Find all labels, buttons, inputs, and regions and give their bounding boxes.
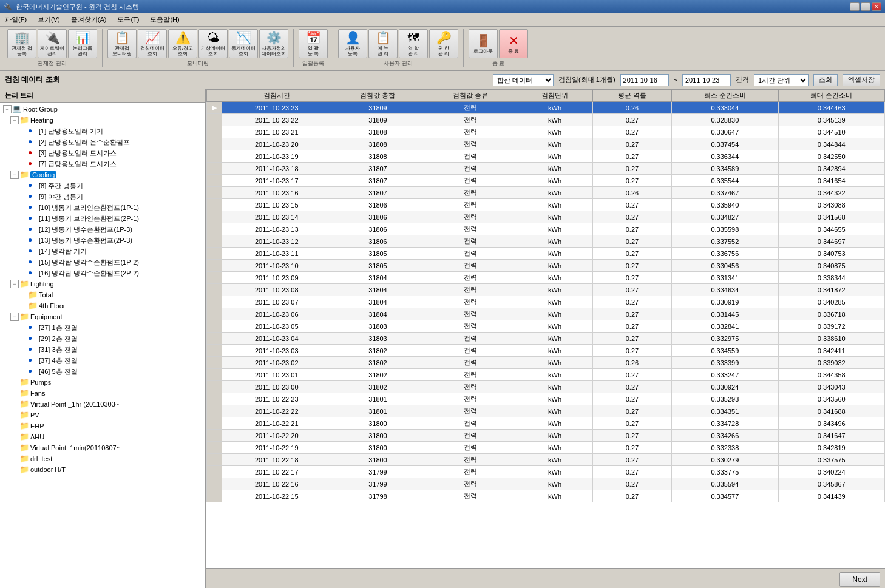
- tree-container[interactable]: −💻Root Group−📁Heating●[1] 난방용보일러 기기●[2] …: [0, 103, 205, 588]
- interval-select[interactable]: 1시간 단위 일 단위 월 단위: [754, 74, 809, 86]
- table-row[interactable]: 2011-10-23 0831804전력kWh0.270.3346340.341…: [207, 284, 885, 296]
- tree-node-vp1hr[interactable]: 📁Virtual Point _1hr (20110303~: [10, 399, 204, 410]
- gateway-button[interactable]: 🔌 게이트웨이관리: [38, 29, 67, 58]
- date-to-input[interactable]: [682, 74, 731, 86]
- tree-node-e46[interactable]: ●[46] 5층 전열: [18, 366, 204, 377]
- table-row[interactable]: 2011-10-23 0531803전력kWh0.270.3328410.339…: [207, 320, 885, 333]
- table-row[interactable]: 2011-10-22 1831800전력kWh0.270.3302790.337…: [207, 454, 885, 466]
- tree-node-ahu[interactable]: 📁AHU: [10, 431, 204, 442]
- table-row[interactable]: 2011-10-22 1731799전력kWh0.270.3337750.340…: [207, 466, 885, 478]
- table-row[interactable]: 2011-10-23 0231802전력kWh0.260.3333990.339…: [207, 357, 885, 369]
- auth-mgmt-button[interactable]: 🔑 권 한관 리: [429, 29, 458, 58]
- table-row[interactable]: 2011-10-22 1531798전력kWh0.270.3345770.341…: [207, 490, 885, 502]
- tree-node-c9[interactable]: ●[9] 야간 냉동기: [18, 191, 204, 202]
- table-row[interactable]: 2011-10-23 1431806전력kWh0.270.3348270.341…: [207, 211, 885, 223]
- tree-node-lighting[interactable]: −📁Lighting: [10, 279, 204, 289]
- table-row[interactable]: 2011-10-23 1331806전력kWh0.270.3355980.344…: [207, 223, 885, 235]
- user-reg-button[interactable]: 👤 사용자등록: [338, 29, 367, 58]
- maximize-btn[interactable]: □: [861, 2, 870, 11]
- tree-node-c15[interactable]: ●[15] 냉각탑 냉각수순환펌프(1P-2): [18, 257, 204, 268]
- expander-root[interactable]: −: [3, 105, 12, 113]
- table-row[interactable]: 2011-10-23 1231806전력kWh0.270.3375520.344…: [207, 235, 885, 248]
- col-total[interactable]: 검침값 총합: [331, 90, 424, 102]
- user-setting-button[interactable]: ⚙️ 사용자정의데이터조회: [259, 29, 288, 58]
- tree-node-c14[interactable]: ●[14] 냉각탑 기기: [18, 246, 204, 257]
- tree-node-e37[interactable]: ●[37] 4층 전열: [18, 355, 204, 366]
- area-mgmt-button[interactable]: 🗺 역 할관 리: [399, 29, 428, 58]
- table-row[interactable]: 2011-10-23 0631804전력kWh0.270.3314450.336…: [207, 308, 885, 320]
- tree-node-h7[interactable]: ●[7] 급탕용보일러 도시가스: [18, 158, 204, 169]
- tree-node-fans[interactable]: 📁Fans: [10, 388, 204, 399]
- expander-cooling[interactable]: −: [10, 171, 19, 179]
- close-btn[interactable]: ✕: [872, 2, 881, 11]
- expander-lighting[interactable]: −: [10, 280, 19, 288]
- table-row[interactable]: 2011-10-23 1131805전력kWh0.270.3367560.340…: [207, 248, 885, 260]
- next-button[interactable]: Next: [839, 572, 880, 587]
- table-row[interactable]: 2011-10-22 2131800전력kWh0.270.3347280.343…: [207, 417, 885, 430]
- table-row[interactable]: 2011-10-23 1531806전력kWh0.270.3359400.343…: [207, 199, 885, 211]
- exit-button[interactable]: ✕ 종 료: [499, 29, 528, 58]
- tree-node-outdoor[interactable]: 📁outdoor H/T: [10, 464, 204, 475]
- menu-favorites[interactable]: 즐겨찾기(A): [69, 15, 109, 25]
- col-time[interactable]: 검침시간: [222, 90, 331, 102]
- error-notice-button[interactable]: ⚠️ 오류/경고조회: [168, 29, 197, 58]
- menu-view[interactable]: 보기(V): [35, 15, 63, 25]
- tree-node-c11[interactable]: ●[11] 냉동기 브라인순환펌프(2P-1): [18, 213, 204, 224]
- tree-node-c13[interactable]: ●[13] 냉동기 냉수순환펌프(2P-3): [18, 235, 204, 246]
- tree-node-e27[interactable]: ●[27] 1층 전열: [18, 322, 204, 333]
- table-row[interactable]: 2011-10-22 2031800전력kWh0.270.3342660.341…: [207, 430, 885, 442]
- tree-node-lt1[interactable]: 📁Total: [18, 289, 204, 300]
- logic-graph-button[interactable]: 📊 논리그룹관리: [68, 29, 97, 58]
- tree-node-c12[interactable]: ●[12] 냉동기 냉수순환펌프(1P-3): [18, 224, 204, 235]
- tree-node-h3[interactable]: ●[3] 난방용보일러 도시가스: [18, 147, 204, 158]
- tree-node-cooling[interactable]: −📁Cooling: [10, 169, 204, 180]
- table-row[interactable]: 2011-10-23 1831807전력kWh0.270.3345890.342…: [207, 163, 885, 175]
- bulk-reg-button[interactable]: 📅 일 괄등 록: [299, 29, 328, 58]
- table-row[interactable]: 2011-10-23 0031802전력kWh0.270.3309240.343…: [207, 381, 885, 393]
- table-row[interactable]: 2011-10-23 2031808전력kWh0.270.3374540.344…: [207, 138, 885, 150]
- table-row[interactable]: 2011-10-23 1031805전력kWh0.270.3304560.340…: [207, 260, 885, 272]
- table-row[interactable]: 2011-10-22 1931800전력kWh0.270.3323380.342…: [207, 442, 885, 454]
- menu-file[interactable]: 파일(F): [2, 15, 29, 25]
- table-row[interactable]: ▶2011-10-23 2331809전력kWh0.260.3380440.34…: [207, 102, 885, 114]
- table-row[interactable]: 2011-10-22 2331801전력kWh0.270.3352930.343…: [207, 393, 885, 405]
- table-row[interactable]: 2011-10-23 1631807전력kWh0.260.3374670.344…: [207, 187, 885, 199]
- table-row[interactable]: 2011-10-23 0731804전력kWh0.270.3309190.340…: [207, 296, 885, 308]
- menu-mgmt-button[interactable]: 📋 메 뉴관 리: [368, 29, 398, 58]
- data-type-select[interactable]: 합산 데이터 원시 데이터 검침 데이터: [493, 74, 554, 86]
- tree-node-pumps[interactable]: 📁Pumps: [10, 377, 204, 388]
- table-row[interactable]: 2011-10-23 2131808전력kWh0.270.3306470.344…: [207, 126, 885, 138]
- tree-node-e31[interactable]: ●[31] 3층 전열: [18, 344, 204, 355]
- expander-equipment[interactable]: −: [10, 313, 19, 321]
- check-data-button[interactable]: 📈 검침데이터조회: [138, 29, 167, 58]
- tree-node-equipment[interactable]: −📁Equipment: [10, 311, 204, 322]
- expander-heating[interactable]: −: [10, 116, 19, 124]
- tree-node-c10[interactable]: ●[10] 냉동기 브라인순환펌프(1P-1): [18, 202, 204, 213]
- table-row[interactable]: 2011-10-22 1631799전력kWh0.270.3355940.345…: [207, 478, 885, 490]
- table-row[interactable]: 2011-10-23 1931808전력kWh0.270.3363440.342…: [207, 150, 885, 163]
- tree-node-heating[interactable]: −📁Heating: [10, 115, 204, 126]
- tree-node-drlt[interactable]: 📁drL test: [10, 453, 204, 464]
- table-row[interactable]: 2011-10-23 2231809전력kWh0.270.3288300.345…: [207, 114, 885, 126]
- col-type[interactable]: 검침값 종류: [424, 90, 517, 102]
- tree-node-h2[interactable]: ●[2] 난방용보일러 온수순환펌프: [18, 137, 204, 147]
- stat-data-button[interactable]: 📉 통계데이터조회: [229, 29, 258, 58]
- tree-node-c8[interactable]: ●[8] 주간 냉동기: [18, 180, 204, 191]
- table-row[interactable]: 2011-10-23 0431803전력kWh0.270.3329750.338…: [207, 333, 885, 345]
- col-max[interactable]: 최대 순간소비: [778, 90, 884, 102]
- table-row[interactable]: 2011-10-23 0931804전력kWh0.270.3313410.338…: [207, 272, 885, 284]
- tree-node-ehp[interactable]: 📁EHP: [10, 421, 204, 431]
- weather-data-button[interactable]: 🌤 기상데이터조회: [198, 29, 228, 58]
- table-row[interactable]: 2011-10-23 0131802전력kWh0.270.3332470.344…: [207, 369, 885, 381]
- date-from-input[interactable]: [620, 74, 669, 86]
- col-unit[interactable]: 검침단위: [517, 90, 592, 102]
- search-button[interactable]: 조회: [813, 74, 838, 86]
- tree-node-c16[interactable]: ●[16] 냉각탑 냉각수순환펌프(2P-2): [18, 268, 204, 279]
- minimize-btn[interactable]: ─: [850, 2, 860, 11]
- facility-reg-button[interactable]: 🏢 관제점 접등록: [7, 29, 36, 58]
- tree-node-e29[interactable]: ●[29] 2층 전열: [18, 333, 204, 344]
- table-row[interactable]: 2011-10-23 0331802전력kWh0.270.3345590.342…: [207, 345, 885, 357]
- menu-help[interactable]: 도움말(H): [148, 15, 181, 25]
- table-row[interactable]: 2011-10-22 2231801전력kWh0.270.3343510.341…: [207, 405, 885, 417]
- facility-monitor-button[interactable]: 📋 관제접모니터링: [107, 29, 137, 58]
